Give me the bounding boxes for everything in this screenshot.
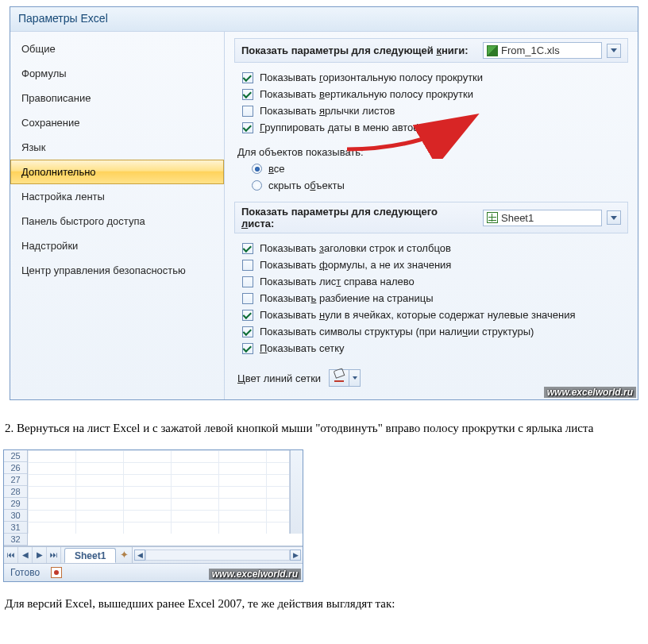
sidebar-item-2[interactable]: Правописание (10, 86, 224, 110)
checkbox-label: Показывать ярлычки листов (260, 105, 395, 117)
sidebar-item-9[interactable]: Центр управления безопасностью (10, 258, 224, 283)
row-header[interactable]: 25 (4, 450, 27, 462)
sidebar-item-5[interactable]: Дополнительно (10, 160, 224, 184)
checkbox-label: Показывать нули в ячейках, которые содер… (260, 309, 576, 321)
sidebar-item-0[interactable]: Общие (10, 37, 224, 61)
hscroll-right[interactable]: ▶ (290, 550, 301, 561)
checkbox-icon (242, 293, 253, 304)
checkbox-label: Показывать горизонтальную полосу прокрут… (260, 71, 483, 83)
tab-nav-buttons: ⏮ ◀ ▶ ⏭ (4, 547, 61, 563)
row-header[interactable]: 29 (4, 498, 27, 510)
checkbox-label: Группировать даты в меню автофильтра (260, 121, 454, 133)
options-sidebar: ОбщиеФормулыПравописаниеСохранениеЯзыкДо… (10, 32, 225, 399)
excel-sheet-screenshot: 2526272829303132 ⏮ ◀ ▶ ⏭ Sheet1 ✦ ◀ ▶ Го… (3, 449, 303, 582)
worksheet-grid: 2526272829303132 (4, 450, 303, 546)
tab-nav-last[interactable]: ⏭ (47, 547, 61, 563)
row-header[interactable]: 32 (4, 534, 27, 546)
checkbox-option[interactable]: Показывать ярлычки листов (239, 102, 628, 119)
sheet-section-label: Показать параметры для следующего листа: (241, 206, 473, 229)
sidebar-item-7[interactable]: Панель быстрого доступа (10, 209, 224, 233)
sheet-tab[interactable]: Sheet1 (64, 548, 116, 563)
row-headers: 2526272829303132 (4, 450, 28, 546)
watermark: www.excelworld.ru (209, 569, 301, 580)
row-header[interactable]: 28 (4, 486, 27, 498)
checkbox-icon (242, 122, 253, 133)
checkbox-option[interactable]: Показывать лист справа налево (239, 273, 628, 290)
checkbox-icon (242, 106, 253, 117)
workbook-section-header: Показать параметры для следующей книги: … (234, 38, 628, 63)
vertical-scrollbar[interactable] (290, 450, 303, 534)
sidebar-item-3[interactable]: Сохранение (10, 110, 224, 135)
worksheet-icon (487, 212, 498, 223)
objects-radio-group: всескрыть объекты (234, 160, 628, 194)
hscroll-left[interactable]: ◀ (134, 550, 145, 561)
sheet-combo-dropdown[interactable] (607, 210, 621, 225)
dialog-body: ОбщиеФормулыПравописаниеСохранениеЯзыкДо… (10, 32, 638, 399)
radio-label: все (268, 163, 285, 175)
checkbox-icon (242, 310, 253, 321)
checkbox-option[interactable]: Показывать символы структуры (при наличи… (239, 323, 628, 340)
insert-sheet-icon[interactable]: ✦ (116, 547, 132, 563)
excel-options-dialog: Параметры Excel ОбщиеФормулыПравописание… (10, 6, 638, 400)
sidebar-item-6[interactable]: Настройка ленты (10, 184, 224, 209)
sheet-combo[interactable]: Sheet1 (483, 210, 602, 226)
workbook-combo[interactable]: From_1C.xls (483, 42, 602, 59)
radio-label: скрыть объекты (268, 179, 345, 191)
tab-nav-first[interactable]: ⏮ (4, 547, 18, 563)
dialog-title: Параметры Excel (10, 7, 638, 32)
checkbox-icon (242, 243, 253, 254)
row-header[interactable]: 31 (4, 522, 27, 534)
tab-nav-next[interactable]: ▶ (33, 547, 47, 563)
sheet-tab-bar: ⏮ ◀ ▶ ⏭ Sheet1 ✦ ◀ ▶ (4, 546, 303, 564)
radio-option[interactable]: все (249, 160, 628, 177)
checkbox-option[interactable]: Показывать сетку (239, 340, 628, 357)
hscroll-track[interactable] (145, 550, 290, 561)
checkbox-label: Показывать символы структуры (при наличи… (260, 326, 534, 337)
checkbox-option[interactable]: Показывать разбиение на страницы (239, 290, 628, 307)
checkbox-option[interactable]: Показывать заголовки строк и столбцов (239, 240, 628, 256)
sidebar-item-4[interactable]: Язык (10, 135, 224, 160)
horizontal-scrollbar[interactable]: ◀ ▶ (132, 547, 303, 563)
checkbox-option[interactable]: Показывать нули в ячейках, которые содер… (239, 307, 628, 323)
paint-bucket-icon (330, 370, 349, 386)
checkbox-label: Показывать заголовки строк и столбцов (260, 242, 451, 254)
watermark: www.excelworld.ru (544, 387, 636, 398)
radio-icon (252, 180, 262, 191)
workbook-combo-dropdown[interactable] (607, 44, 621, 58)
row-header[interactable]: 27 (4, 474, 27, 486)
checkbox-option[interactable]: Показывать формулы, а не их значения (239, 256, 628, 273)
xls-icon (487, 45, 498, 56)
sidebar-item-8[interactable]: Надстройки (10, 233, 224, 258)
checkbox-icon (242, 276, 253, 287)
tab-nav-prev[interactable]: ◀ (18, 547, 33, 563)
sheet-section-header: Показать параметры для следующего листа:… (234, 202, 628, 233)
checkbox-label: Показывать вертикальную полосу прокрутки (260, 88, 473, 100)
checkbox-option[interactable]: Показывать вертикальную полосу прокрутки (239, 86, 628, 102)
checkbox-icon (242, 72, 253, 83)
row-header[interactable]: 26 (4, 462, 27, 474)
checkbox-label: Показывать формулы, а не их значения (260, 259, 451, 271)
workbook-options: Показывать горизонтальную полосу прокрут… (234, 69, 628, 136)
checkbox-label: Показывать сетку (260, 342, 345, 354)
workbook-section-label: Показать параметры для следующей книги: (241, 44, 469, 56)
article-note: Для версий Excel, вышедших ранее Excel 2… (0, 582, 648, 619)
cells-area[interactable] (28, 450, 290, 534)
macro-record-icon[interactable] (51, 567, 62, 578)
checkbox-label: Показывать разбиение на страницы (260, 292, 434, 304)
checkbox-option[interactable]: Показывать горизонтальную полосу прокрут… (239, 69, 628, 86)
workbook-combo-value: From_1C.xls (501, 44, 560, 56)
chevron-down-icon (349, 370, 360, 386)
gridline-color-label: Цвет линий сетки (237, 372, 321, 384)
gridline-color-picker[interactable] (329, 369, 361, 387)
checkbox-icon (242, 326, 253, 337)
objects-subheader: Для объектов показывать: (234, 144, 628, 160)
checkbox-icon (242, 260, 253, 271)
sheet-options: Показывать заголовки строк и столбцовПок… (234, 240, 628, 357)
sidebar-item-1[interactable]: Формулы (10, 61, 224, 86)
status-text: Готово (10, 567, 40, 578)
checkbox-option[interactable]: Группировать даты в меню автофильтра (239, 119, 628, 136)
radio-option[interactable]: скрыть объекты (249, 177, 628, 194)
radio-icon (252, 164, 262, 174)
checkbox-icon (242, 343, 253, 354)
row-header[interactable]: 30 (4, 510, 27, 522)
